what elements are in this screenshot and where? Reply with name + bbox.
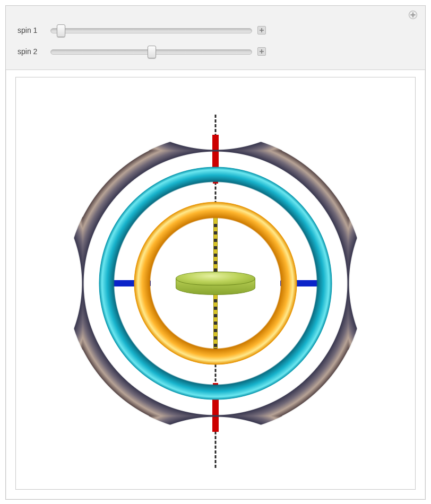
rotor-shaft-front (213, 220, 218, 273)
demo-frame: spin 1 spin 2 (5, 5, 426, 500)
control-row-spin2: spin 2 (18, 44, 413, 59)
slider-thumb[interactable] (148, 46, 156, 58)
spin1-slider[interactable] (50, 24, 252, 36)
rotor-shaft-front-lower (213, 295, 218, 347)
controls-panel: spin 1 spin 2 (6, 6, 425, 70)
slider-thumb[interactable] (57, 24, 65, 37)
graphics-viewport[interactable] (15, 77, 416, 490)
control-row-spin1: spin 1 (18, 23, 413, 38)
expand-slider-button[interactable] (257, 26, 266, 34)
spin2-slider[interactable] (50, 46, 252, 57)
slider-label: spin 2 (18, 47, 47, 56)
expand-slider-button[interactable] (257, 47, 266, 56)
add-control-icon[interactable] (408, 10, 418, 20)
slider-label: spin 1 (18, 26, 47, 34)
gyroscope-scene (16, 77, 415, 489)
rotor-top (176, 272, 255, 285)
rotor-disk (176, 272, 255, 295)
slider-track (50, 28, 252, 33)
